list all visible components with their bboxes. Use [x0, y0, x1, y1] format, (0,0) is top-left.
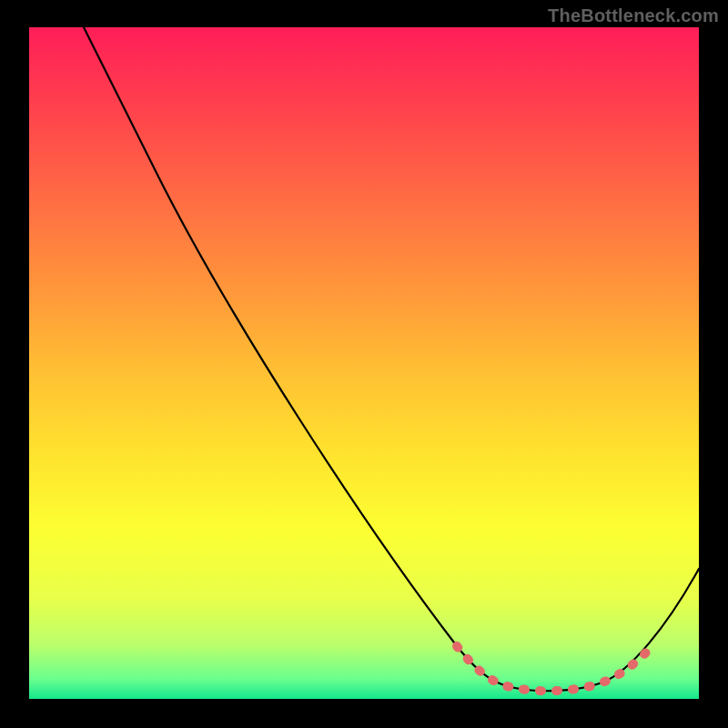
plot-area — [29, 27, 699, 699]
highlight-dots — [457, 646, 648, 691]
bottleneck-curve — [84, 27, 699, 691]
chart-container: TheBottleneck.com — [0, 0, 728, 728]
bottleneck-curve-layer — [29, 27, 699, 699]
watermark-text: TheBottleneck.com — [548, 5, 719, 26]
